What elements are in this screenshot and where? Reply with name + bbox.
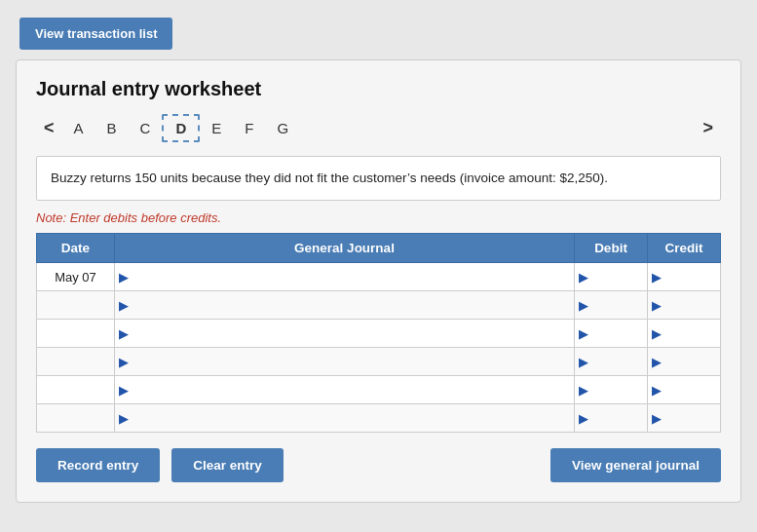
date-input[interactable] [37,376,114,403]
journal-input[interactable] [132,291,574,319]
debit-input[interactable] [591,404,647,432]
date-cell [37,404,115,433]
date-input[interactable] [37,320,114,347]
debit-input[interactable] [591,291,647,319]
journal-input[interactable] [132,376,574,403]
credit-cell: ▶ [648,404,721,433]
debit-cell: ▶ [575,376,648,404]
clear-entry-button[interactable]: Clear entry [171,448,284,482]
journal-input[interactable] [132,404,574,432]
credit-arrow-icon: ▶ [648,383,664,398]
tab-navigation: < A B C D E F G > [36,114,721,142]
credit-arrow-icon: ▶ [648,355,664,369]
journal-cell: ▶ [115,263,575,291]
journal-table: Date General Journal Debit Credit ▶▶▶▶▶▶… [36,233,721,433]
date-cell [37,291,115,320]
description-box: Buzzy returns 150 units because they did… [36,156,721,201]
date-cell [37,348,115,376]
journal-arrow-icon: ▶ [115,383,132,398]
record-entry-button[interactable]: Record entry [36,448,160,482]
journal-arrow-icon: ▶ [115,298,132,313]
journal-input[interactable] [132,263,574,290]
journal-arrow-icon: ▶ [115,326,132,341]
debit-input[interactable] [591,263,647,290]
journal-arrow-icon: ▶ [115,355,132,369]
date-input[interactable] [37,348,114,375]
credit-cell: ▶ [648,263,721,291]
debit-arrow-icon: ▶ [575,298,591,313]
credit-input[interactable] [664,404,720,432]
debit-cell: ▶ [575,263,648,291]
date-cell [37,320,115,348]
view-general-journal-button[interactable]: View general journal [550,448,721,482]
debit-arrow-icon: ▶ [575,326,591,341]
date-cell [37,376,115,404]
journal-input[interactable] [132,348,574,375]
table-row: ▶▶▶ [37,263,721,291]
date-input[interactable] [37,404,114,432]
date-cell [37,263,115,291]
debit-arrow-icon: ▶ [575,411,591,426]
credit-arrow-icon: ▶ [648,326,664,341]
tab-f[interactable]: F [233,116,265,140]
note-text: Note: Enter debits before credits. [36,210,721,225]
credit-cell: ▶ [648,376,721,404]
debit-cell: ▶ [575,348,648,376]
date-input[interactable] [37,291,114,319]
worksheet-container: Journal entry worksheet < A B C D E F G … [16,59,741,503]
credit-cell: ▶ [648,320,721,348]
buttons-wrapper: Record entry Clear entry View general jo… [36,448,721,482]
credit-arrow-icon: ▶ [648,298,664,313]
prev-arrow[interactable]: < [36,116,62,140]
next-arrow[interactable]: > [695,116,721,140]
table-row: ▶▶▶ [37,320,721,348]
tab-a[interactable]: A [62,116,95,140]
debit-cell: ▶ [575,291,648,320]
credit-cell: ▶ [648,291,721,320]
credit-input[interactable] [664,376,720,403]
credit-input[interactable] [664,291,720,319]
table-row: ▶▶▶ [37,376,721,404]
credit-cell: ▶ [648,348,721,376]
worksheet-title: Journal entry worksheet [36,78,721,100]
date-input[interactable] [37,263,114,290]
tab-b[interactable]: B [95,116,129,140]
journal-arrow-icon: ▶ [115,411,132,426]
journal-cell: ▶ [115,376,575,404]
credit-arrow-icon: ▶ [648,411,664,426]
credit-input[interactable] [664,320,720,347]
journal-cell: ▶ [115,404,575,433]
debit-input[interactable] [591,348,647,375]
credit-arrow-icon: ▶ [648,270,664,285]
debit-arrow-icon: ▶ [575,383,591,398]
credit-input[interactable] [664,263,720,290]
header-date: Date [37,234,115,263]
header-debit: Debit [575,234,648,263]
debit-input[interactable] [591,320,647,347]
journal-cell: ▶ [115,348,575,376]
header-credit: Credit [648,234,721,263]
journal-arrow-icon: ▶ [115,270,132,285]
journal-cell: ▶ [115,320,575,348]
table-row: ▶▶▶ [37,348,721,376]
tab-e[interactable]: E [200,116,233,140]
debit-cell: ▶ [575,404,648,433]
table-row: ▶▶▶ [37,291,721,320]
tab-c[interactable]: C [129,116,163,140]
debit-arrow-icon: ▶ [575,355,591,369]
view-transaction-button[interactable]: View transaction list [19,18,172,50]
table-row: ▶▶▶ [37,404,721,433]
journal-input[interactable] [132,320,574,347]
debit-arrow-icon: ▶ [575,270,591,285]
journal-cell: ▶ [115,291,575,320]
header-general-journal: General Journal [115,234,575,263]
debit-cell: ▶ [575,320,648,348]
tab-g[interactable]: G [265,116,300,140]
tab-d[interactable]: D [162,114,200,142]
debit-input[interactable] [591,376,647,403]
credit-input[interactable] [664,348,720,375]
